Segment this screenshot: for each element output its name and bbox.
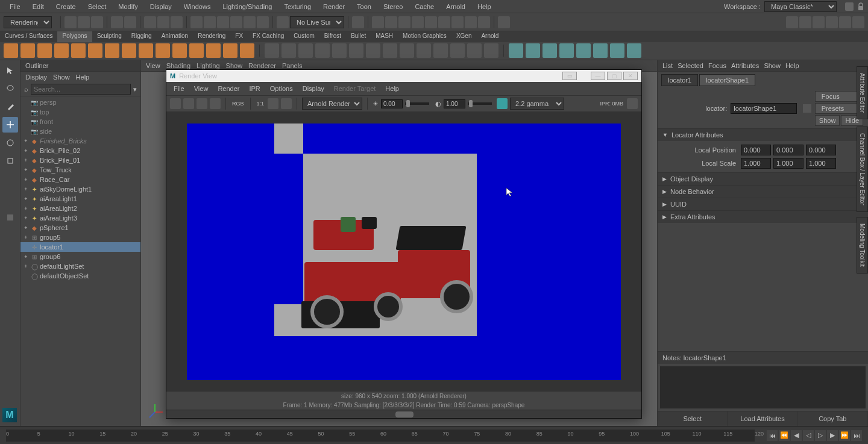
render-canvas-area[interactable]: [166, 112, 641, 392]
render-titlebar[interactable]: M Render View ▭ — ▢ ✕: [166, 70, 641, 82]
render-region-icon[interactable]: [183, 98, 194, 109]
attr-action-select[interactable]: Select: [658, 411, 728, 426]
shelf-tab-mash[interactable]: MASH: [371, 31, 398, 42]
viewport-menu-show[interactable]: Show: [226, 62, 243, 69]
attr-action-loadattributes[interactable]: Load Attributes: [728, 411, 797, 426]
light-editor-icon[interactable]: [451, 16, 464, 28]
outliner-item-aiarealight1[interactable]: +✦aiAreaLight1: [20, 194, 140, 204]
expand-icon[interactable]: +: [23, 157, 29, 163]
render-menu-help[interactable]: Help: [383, 84, 401, 93]
rgb-label[interactable]: RGB: [231, 101, 245, 107]
render-scrollbar[interactable]: [166, 410, 641, 418]
ipr-render-icon[interactable]: [385, 16, 397, 28]
undo-icon[interactable]: [111, 16, 123, 28]
poly-helix-icon[interactable]: [189, 43, 204, 58]
slide-edge-icon[interactable]: [610, 43, 624, 58]
offset-edge-icon[interactable]: [450, 43, 465, 58]
dock-icon[interactable]: ▭: [562, 72, 577, 80]
panel-layout-2-icon[interactable]: [799, 16, 811, 28]
mode-dropdown[interactable]: Rendering: [4, 16, 52, 28]
panel-layout-1-icon[interactable]: [786, 16, 798, 28]
sculpt-icon[interactable]: [576, 43, 591, 58]
color-mgmt-icon[interactable]: [497, 98, 508, 109]
redo-icon[interactable]: [124, 16, 136, 28]
step-fwd-icon[interactable]: ▶: [827, 430, 838, 441]
menu-toon[interactable]: Toon: [351, 1, 377, 12]
expand-icon[interactable]: +: [23, 138, 29, 144]
renderer-dropdown[interactable]: Arnold Renderer: [302, 98, 362, 110]
snap-curve-icon[interactable]: [204, 16, 216, 28]
shelf-tab-custom[interactable]: Custom: [289, 31, 319, 42]
select-icon[interactable]: [144, 16, 156, 28]
minimize-icon[interactable]: —: [591, 72, 605, 80]
attr-num-input[interactable]: [741, 145, 771, 155]
snap-grid-icon[interactable]: [190, 16, 203, 28]
workspace-dropdown[interactable]: Maya Classic*: [764, 1, 837, 12]
collapse-icon[interactable]: [467, 43, 482, 58]
shelf-tab-fx[interactable]: FX: [230, 31, 248, 42]
menu-select[interactable]: Select: [82, 1, 113, 12]
shelf-tab-animation[interactable]: Animation: [157, 31, 193, 42]
append-poly-icon[interactable]: [559, 43, 574, 58]
mirror-icon[interactable]: [417, 43, 431, 58]
shelf-tab-bifrost[interactable]: Bifrost: [319, 31, 346, 42]
poly-type-icon[interactable]: [223, 43, 237, 58]
menu-display[interactable]: Display: [144, 1, 178, 12]
attr-focus-icon[interactable]: [803, 104, 811, 113]
expand-icon[interactable]: +: [23, 215, 29, 221]
next-icon[interactable]: [498, 16, 510, 28]
attr-btn-show[interactable]: Show: [815, 115, 840, 126]
search-dropdown-icon[interactable]: ▾: [133, 86, 137, 93]
scale-tool[interactable]: [2, 153, 18, 169]
step-back-icon[interactable]: ◀: [791, 430, 802, 441]
play-back-icon[interactable]: ◁: [803, 430, 814, 441]
shelf-tab-rigging[interactable]: Rigging: [127, 31, 157, 42]
outliner-item-persp[interactable]: 📷persp: [20, 98, 140, 107]
poly-cube-icon[interactable]: [20, 43, 35, 58]
snap-live-icon[interactable]: [257, 16, 269, 28]
menu-lightingshading[interactable]: Lighting/Shading: [216, 1, 278, 12]
close-icon[interactable]: ✕: [623, 72, 638, 80]
expand-icon[interactable]: +: [23, 196, 29, 202]
outliner-item-aiskydomelight1[interactable]: +✦aiSkyDomeLight1: [20, 184, 140, 194]
menu-modify[interactable]: Modify: [112, 1, 143, 12]
paint-tool[interactable]: [2, 99, 18, 114]
shelf-tab-arnold[interactable]: Arnold: [476, 31, 503, 42]
hypershade-icon[interactable]: [438, 16, 450, 28]
poly-platonic-icon[interactable]: [122, 43, 136, 58]
outliner-item-brickpile01[interactable]: +◆Brick_Pile_01: [20, 155, 140, 165]
lasso-tool[interactable]: [2, 81, 18, 96]
combine-icon[interactable]: [265, 43, 279, 58]
poly-plane-icon[interactable]: [88, 43, 102, 58]
play-icon[interactable]: [465, 16, 477, 28]
outliner-item-towtruck[interactable]: +◆Tow_Truck: [20, 165, 140, 175]
expand-icon[interactable]: +: [23, 148, 29, 154]
outliner-item-brickpile02[interactable]: +◆Brick_Pile_02: [20, 146, 140, 155]
attr-section-uuid[interactable]: ▶UUID: [658, 198, 868, 210]
edge-loop-icon[interactable]: [433, 43, 448, 58]
snap-point-icon[interactable]: [217, 16, 229, 28]
render-menu-rendertarget[interactable]: Render Target: [332, 84, 379, 93]
menu-windows[interactable]: Windows: [178, 1, 217, 12]
outliner-item-aiarealight3[interactable]: +✦aiAreaLight3: [20, 213, 140, 223]
layout-four-icon[interactable]: [2, 246, 18, 261]
poly-prism-icon[interactable]: [156, 43, 170, 58]
poly-pyramid-icon[interactable]: [139, 43, 153, 58]
outliner-menu-display[interactable]: Display: [25, 73, 47, 81]
viewport-menu-shading[interactable]: Shading: [166, 62, 190, 69]
viewport-menu-renderer[interactable]: Renderer: [248, 62, 276, 69]
outliner-item-aiarealight2[interactable]: +✦aiAreaLight2: [20, 204, 140, 213]
boolean-icon[interactable]: [298, 43, 313, 58]
target-weld-icon[interactable]: [383, 43, 397, 58]
expand-icon[interactable]: +: [23, 186, 29, 192]
attr-tab-locatorshape1[interactable]: locatorShape1: [699, 74, 755, 86]
separate-icon[interactable]: [281, 43, 296, 58]
outliner-item-racecar[interactable]: +◆Race_Car: [20, 175, 140, 184]
attr-num-input[interactable]: [806, 145, 836, 155]
attr-menu-show[interactable]: Show: [764, 62, 781, 69]
ratio-label[interactable]: 1:1: [256, 101, 266, 107]
lasso-icon[interactable]: [157, 16, 169, 28]
maximize-icon[interactable]: ▢: [607, 72, 621, 80]
snapshot-icon[interactable]: [197, 98, 207, 109]
outliner-item-psphere1[interactable]: +◆pSphere1: [20, 223, 140, 233]
